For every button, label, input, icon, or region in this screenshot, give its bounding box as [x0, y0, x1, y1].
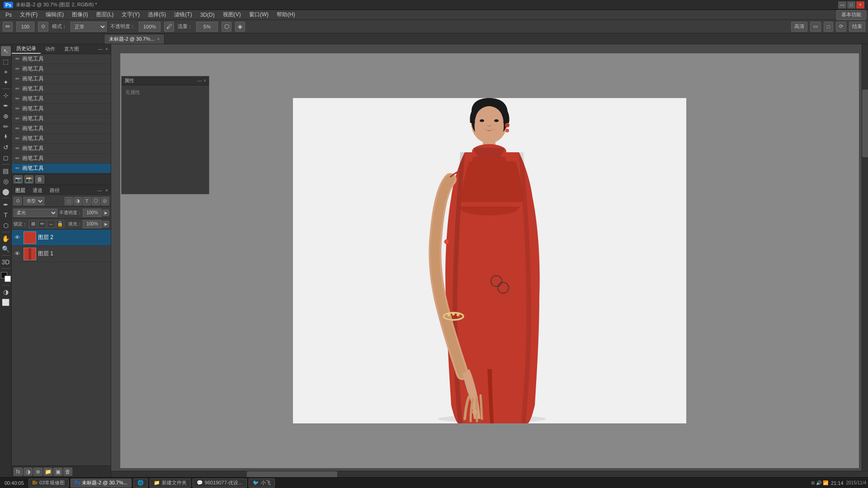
delete-history-button[interactable]: 🗑 [35, 175, 44, 183]
taskbar-item-ps[interactable]: Ps 未标题-2 @ 30.7%... [71, 479, 132, 488]
camera-button[interactable]: 📸 [24, 175, 33, 183]
lock-all-btn[interactable]: 🔒 [56, 220, 64, 228]
history-brush-tool[interactable]: ↺ [1, 142, 11, 152]
quality-button[interactable]: 高清 [791, 22, 807, 32]
history-item[interactable]: ✏画笔工具 [12, 104, 111, 114]
menu-help[interactable]: 帮助(H) [273, 10, 299, 19]
brush-mode-expand[interactable]: ⊙ [38, 22, 48, 32]
opacity-input[interactable] [139, 22, 160, 32]
history-panel-minimize[interactable]: — [97, 47, 104, 52]
histogram-tab[interactable]: 直方图 [60, 44, 84, 54]
fill-expand[interactable]: ▶ [103, 221, 109, 227]
taskbar-item-bridge[interactable]: Br 03常规修图 [28, 479, 69, 488]
brush-tool[interactable]: ✏ [1, 122, 11, 131]
text-filter-btn[interactable]: T [83, 197, 91, 205]
menu-file[interactable]: 文件(F) [16, 10, 41, 19]
menu-window[interactable]: 窗口(W) [245, 10, 272, 19]
horizontal-scrollbar[interactable] [111, 471, 868, 477]
blend-mode-select[interactable]: 正常 柔光 叠加 [71, 22, 107, 32]
frame-btn3[interactable]: ⟳ [836, 22, 846, 32]
gradient-tool[interactable]: ▤ [1, 166, 11, 176]
close-button[interactable]: × [856, 1, 864, 9]
taskbar-item-chat[interactable]: 💬 96019077-优设... [193, 479, 247, 488]
stamp-tool[interactable]: 🖈 [1, 132, 11, 142]
taskbar-item-folder[interactable]: 📁 新建文件夹 [150, 479, 191, 488]
filter-type-btn[interactable]: ⊙ [14, 197, 22, 205]
layer-visibility-1[interactable]: 👁 [14, 250, 22, 257]
zoom-tool[interactable]: 🔍 [1, 244, 11, 254]
layers-panel-minimize[interactable]: — [96, 188, 103, 193]
layer-mask-button[interactable]: ◑ [24, 468, 33, 476]
smart-filter-btn[interactable]: ◎ [101, 197, 109, 205]
shape-tool[interactable]: ⬡ [1, 221, 11, 230]
layers-tab[interactable]: 图层 [12, 185, 29, 195]
menu-3d[interactable]: 3D(D) [197, 11, 218, 19]
delete-layer-button[interactable]: 🗑 [63, 468, 72, 476]
channels-tab[interactable]: 通道 [29, 185, 46, 195]
menu-ps[interactable]: Ps [2, 11, 15, 19]
marquee-tool[interactable]: ⬚ [1, 56, 11, 66]
menu-layer[interactable]: 图层(L) [93, 10, 118, 19]
brush-tool-icon[interactable]: ✏ [3, 22, 13, 32]
frame-btn1[interactable]: ▭ [810, 22, 821, 32]
blur-tool[interactable]: ◎ [1, 176, 11, 186]
move-tool[interactable]: ↖ [1, 46, 11, 56]
hand-tool[interactable]: ✋ [1, 234, 11, 244]
blend-mode-select[interactable]: 柔光 正常 叠加 [14, 209, 57, 217]
fg-bg-colors[interactable] [1, 272, 11, 282]
history-item[interactable]: ✏画笔工具 [12, 94, 111, 104]
opacity-expand[interactable]: ▶ [103, 210, 109, 216]
pixel-filter-btn[interactable]: □ [65, 197, 73, 205]
fill-input[interactable] [83, 220, 102, 228]
menu-view[interactable]: 视图(V) [219, 10, 245, 19]
lock-paint-btn[interactable]: ✏ [38, 220, 46, 228]
canvas-area[interactable]: 属性 — × 无属性 [111, 44, 868, 477]
flow-input[interactable] [196, 22, 218, 32]
properties-close[interactable]: × [203, 78, 206, 83]
flow-pressure-icon[interactable]: ⬡ [222, 22, 231, 32]
vertical-scrollbar[interactable] [862, 44, 868, 471]
opacity-input[interactable] [83, 209, 102, 217]
history-item[interactable]: ✏画笔工具 [12, 54, 111, 64]
taskbar-item-bird[interactable]: 🐦 小飞 [249, 479, 275, 488]
crop-tool[interactable]: ⊹ [1, 90, 11, 100]
history-item[interactable]: ✏画笔工具 [12, 64, 111, 74]
history-item[interactable]: ✏画笔工具 [12, 154, 111, 164]
layer-visibility-2[interactable]: 👁 [14, 234, 22, 241]
adj-filter-btn[interactable]: ◑ [74, 197, 82, 205]
layer-group-button[interactable]: 📁 [43, 468, 52, 476]
eyedropper-tool[interactable]: ✒ [1, 101, 11, 111]
filter-type-select[interactable]: 类型 [24, 197, 44, 205]
history-tab[interactable]: 历史记录 [12, 44, 41, 54]
menu-filter[interactable]: 滤镜(T) [170, 10, 195, 19]
text-tool[interactable]: T [1, 210, 11, 220]
healing-tool[interactable]: ⊕ [1, 111, 11, 121]
document-canvas[interactable] [293, 98, 686, 423]
menu-edit[interactable]: 编辑(E) [42, 10, 67, 19]
menu-select[interactable]: 选择(S) [144, 10, 170, 19]
layer-item-1[interactable]: 👁 图层 1 [12, 246, 111, 262]
paths-tab[interactable]: 路径 [46, 185, 63, 195]
lock-move-btn[interactable]: ↔ [47, 220, 55, 228]
eraser-tool[interactable]: ◻ [1, 153, 11, 163]
layers-panel-close[interactable]: × [104, 188, 109, 193]
lasso-tool[interactable]: ⌖ [1, 67, 11, 77]
maximize-button[interactable]: □ [847, 1, 855, 9]
magic-wand-tool[interactable]: ✦ [1, 77, 11, 87]
opacity-pressure-icon[interactable]: 🖊 [164, 22, 174, 32]
brush-size-input[interactable] [16, 22, 34, 32]
actions-tab[interactable]: 动作 [41, 44, 60, 54]
minimize-button[interactable]: — [838, 1, 846, 9]
history-item[interactable]: ✏画笔工具 [12, 134, 111, 144]
menu-image[interactable]: 图像(I) [68, 10, 91, 19]
3d-tool[interactable]: 3D [1, 257, 11, 267]
properties-minimize[interactable]: — [197, 78, 202, 83]
dodge-tool[interactable]: ⬤ [1, 187, 11, 197]
tab-close-button[interactable]: × [157, 37, 160, 42]
history-panel-close[interactable]: × [104, 47, 109, 52]
document-tab[interactable]: 未标题-2 @ 30.7%... × [104, 34, 165, 44]
layer-fx-button[interactable]: fx [14, 468, 23, 476]
quick-mask-btn[interactable]: ◑ [1, 287, 11, 297]
menu-text[interactable]: 文字(Y) [118, 10, 143, 19]
airbrush-icon[interactable]: ◈ [235, 22, 245, 32]
